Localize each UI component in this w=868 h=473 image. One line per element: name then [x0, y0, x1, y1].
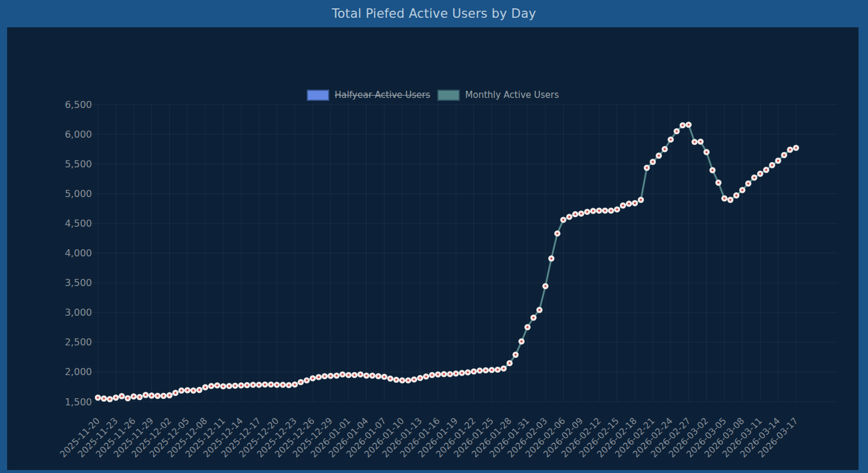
svg-text:6,000: 6,000: [65, 129, 92, 140]
legend-label-monthly: Monthly Active Users: [465, 90, 559, 100]
svg-text:4,500: 4,500: [65, 218, 92, 229]
app-window: Total Piefed Active Users by Day 1,5002,…: [0, 0, 868, 473]
svg-text:3,000: 3,000: [65, 307, 92, 318]
svg-text:1,500: 1,500: [65, 396, 92, 408]
legend-label-halfyear: Halfyear Active Users: [335, 90, 430, 100]
legend-swatch-halfyear-icon: [307, 90, 329, 101]
svg-text:5,500: 5,500: [65, 158, 92, 170]
legend-swatch-monthly-icon: [437, 90, 460, 101]
legend-item-halfyear-active-users[interactable]: Halfyear Active Users: [307, 90, 430, 101]
chart-title: Total Piefed Active Users by Day: [332, 7, 536, 21]
title-bar: Total Piefed Active Users by Day: [0, 0, 868, 27]
chart-legend: Halfyear Active Users Monthly Active Use…: [7, 88, 859, 101]
svg-text:2,000: 2,000: [65, 366, 92, 377]
svg-text:2,500: 2,500: [65, 337, 92, 348]
svg-text:3,500: 3,500: [65, 277, 92, 288]
legend-item-monthly-active-users[interactable]: Monthly Active Users: [437, 90, 559, 101]
chart-panel: 1,5002,0002,5003,0003,5004,0004,5005,000…: [7, 27, 859, 470]
svg-text:5,000: 5,000: [65, 188, 92, 199]
svg-text:4,000: 4,000: [65, 247, 92, 259]
